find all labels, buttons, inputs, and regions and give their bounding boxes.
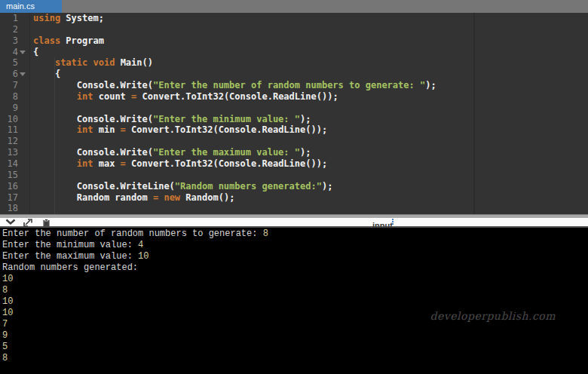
gutter-cell: 10 [0, 114, 29, 125]
gutter-cell: 4 [0, 47, 29, 58]
code-line[interactable]: { [30, 69, 588, 80]
console-line: Enter the number of random numbers to ge… [2, 228, 588, 240]
line-number: 18 [8, 203, 18, 213]
console-line: Random numbers generated: [2, 262, 588, 274]
gutter-cell: 13 [0, 147, 29, 158]
code-line[interactable]: Console.WriteLine("Random numbers genera… [30, 181, 588, 192]
code-line[interactable] [30, 170, 588, 181]
console-toolbar: input [0, 218, 588, 228]
file-tab-label: main.cs [0, 0, 62, 13]
gutter-cell: 2 [0, 24, 29, 35]
line-number: 15 [8, 170, 18, 180]
line-number: 14 [8, 158, 18, 169]
gutter-cell: 8 [0, 91, 29, 103]
code-line[interactable] [30, 24, 588, 35]
line-number: 12 [8, 136, 18, 146]
gutter-cell: 18 [0, 203, 29, 214]
gutter-cell: 3 [0, 35, 29, 47]
console-line: 8 [2, 285, 588, 296]
expand-console-icon[interactable] [23, 219, 32, 227]
gutter-cell: 9 [0, 103, 29, 114]
fold-toggle-icon[interactable] [20, 72, 26, 76]
gutter-cell: 14 [0, 158, 29, 170]
console-output[interactable]: Enter the number of random numbers to ge… [0, 228, 588, 374]
watermark-text: developerpublish.com [430, 310, 556, 322]
gutter-cell: 17 [0, 192, 29, 204]
gutter-cell: 16 [0, 181, 29, 192]
line-number: 5 [13, 57, 18, 68]
file-tab[interactable]: main.cs [0, 0, 62, 13]
fold-toggle-icon[interactable] [20, 51, 26, 54]
input-caret [392, 219, 394, 225]
console-line: Enter the maximum value: 10 [2, 251, 588, 262]
ide-window: main.cs 123456789101112131415161718 usin… [0, 0, 588, 374]
code-editor[interactable]: 123456789101112131415161718 using System… [0, 13, 588, 214]
gutter-cell: 6 [0, 69, 29, 80]
collapse-console-icon[interactable] [5, 219, 16, 225]
code-line[interactable]: int max = Convert.ToInt32(Console.ReadLi… [30, 158, 588, 170]
line-number: 2 [13, 24, 18, 35]
copy-output-icon[interactable] [42, 219, 51, 227]
code-line[interactable]: int min = Convert.ToInt32(Console.ReadLi… [30, 124, 588, 136]
gutter-cell: 12 [0, 136, 29, 147]
line-number: 17 [8, 192, 18, 203]
gutter-cell: 5 [0, 57, 29, 69]
code-line[interactable] [30, 103, 588, 114]
line-number: 16 [8, 181, 18, 192]
console-line: 9 [2, 330, 588, 342]
line-number: 8 [13, 91, 18, 102]
gutter-cell: 11 [0, 124, 29, 136]
console-line: Enter the minimum value: 4 [2, 240, 588, 251]
code-line[interactable]: int count = Convert.ToInt32(Console.Read… [30, 91, 588, 103]
gutter-cell: 7 [0, 80, 29, 91]
line-number: 4 [13, 47, 18, 57]
console-line: 10 [2, 274, 588, 285]
code-pane[interactable]: using System;class Program{ static void … [30, 13, 588, 214]
line-number: 1 [13, 13, 18, 23]
line-number: 10 [8, 114, 18, 124]
console-line: 10 [2, 296, 588, 308]
line-number: 13 [8, 147, 18, 158]
editor-gutter: 123456789101112131415161718 [0, 13, 30, 214]
gutter-cell: 15 [0, 170, 29, 181]
code-line[interactable]: { [30, 47, 588, 58]
code-line[interactable]: using System; [30, 13, 588, 24]
code-line[interactable]: Console.Write("Enter the maximum value: … [30, 147, 588, 158]
code-line[interactable]: Console.Write("Enter the minimum value: … [30, 114, 588, 125]
code-line[interactable] [30, 203, 588, 214]
line-number: 11 [8, 124, 18, 135]
gutter-cell: 1 [0, 13, 29, 24]
line-number: 7 [13, 80, 18, 90]
input-tab[interactable]: input [372, 218, 393, 226]
code-line[interactable]: Random random = new Random(); [30, 192, 588, 204]
editor-header: main.cs [0, 0, 588, 13]
code-line[interactable]: Console.Write("Enter the number of rando… [30, 80, 588, 91]
line-number: 3 [13, 35, 18, 46]
console-line: 8 [2, 353, 588, 364]
line-number: 6 [13, 69, 18, 79]
code-line[interactable] [30, 136, 588, 147]
code-line[interactable]: class Program [30, 35, 588, 47]
console-line: 5 [2, 342, 588, 353]
code-line[interactable]: static void Main() [30, 57, 588, 69]
line-number: 9 [13, 103, 18, 113]
